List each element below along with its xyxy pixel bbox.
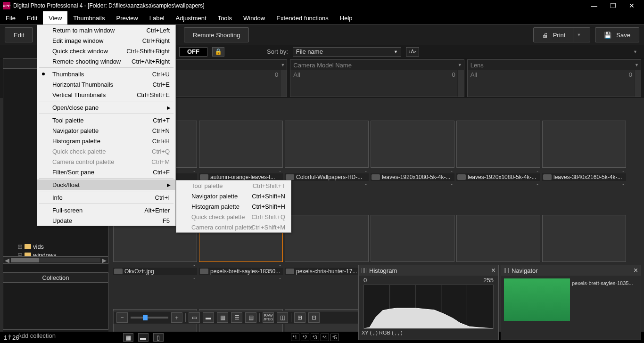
menuitem-horizontal-thumbnails[interactable]: Horizontal ThumbnailsCtrl+E (37, 79, 175, 90)
menu-adjustment[interactable]: Adjustment (170, 11, 212, 24)
close-button[interactable]: ✕ (622, 0, 641, 11)
layout-grid-button[interactable]: ▦ (123, 333, 133, 342)
thumbnail[interactable]: -leaves-3840x2160-5k-4k-...- (542, 121, 626, 186)
menuitem-update[interactable]: UpdateF5 (37, 215, 175, 226)
minimize-button[interactable]: — (585, 0, 603, 11)
tree-hscroll[interactable]: ◀ ▶ (3, 256, 108, 264)
histogram-close-button[interactable]: × (491, 266, 495, 275)
menuitem-vertical-thumbnails[interactable]: Vertical ThumbnailsCtrl+Shift+E (37, 90, 175, 100)
thumb-image[interactable] (285, 121, 369, 168)
chevron-down-icon[interactable]: ▼ (458, 63, 462, 67)
histogram-panel[interactable]: Histogram × 0 255 XY ( , ) RGB ( , , ) (358, 265, 499, 340)
thumb-image[interactable] (542, 215, 626, 262)
navigator-close-button[interactable]: × (634, 266, 638, 275)
menuitem-return-to-main-window[interactable]: Return to main windowCtrl+Left (37, 25, 175, 35)
star-filter-*1[interactable]: *1 (291, 334, 299, 341)
menu-preview[interactable]: Preview (111, 11, 144, 24)
filter-body[interactable]: All0 (468, 70, 634, 97)
menuitem-dock-float[interactable]: Dock/float▶ (37, 180, 175, 190)
collection-tab[interactable]: Collection (3, 272, 108, 283)
filter-body[interactable]: All0 (290, 70, 457, 97)
submenuitem-histogram-palette[interactable]: Histogram paletteCtrl+Shift+H (176, 201, 291, 212)
menu-view[interactable]: View (43, 11, 67, 24)
off-toggle[interactable]: OFF (179, 47, 207, 57)
filter-col-2[interactable]: Lens▼All0 (467, 59, 641, 97)
lock-button[interactable]: 🔒 (212, 47, 224, 57)
save-button[interactable]: 💾 Save (595, 27, 639, 42)
menu-file[interactable]: File (0, 11, 21, 24)
menuitem-full-screen[interactable]: Full-screenAlt+Enter (37, 205, 175, 215)
scroll-right-icon[interactable]: ▶ (100, 257, 108, 264)
menu-help[interactable]: Help (334, 11, 358, 24)
thumbnail[interactable]: -Colorful-Wallpapers-HD-...- (285, 121, 369, 186)
view-list-button[interactable]: ☰ (231, 312, 242, 323)
histogram-header[interactable]: Histogram × (359, 265, 498, 276)
zoom-out-button[interactable]: − (116, 312, 128, 323)
sort-select[interactable]: File name ▼ (293, 47, 401, 57)
menuitem-edit-image-window[interactable]: Edit image windowCtrl+Right (37, 35, 175, 46)
tree-item-windows[interactable]: ⊞windows (50, 251, 57, 256)
star-filter-*4[interactable]: *4 (321, 334, 329, 341)
scrollbar[interactable] (280, 70, 287, 97)
maximize-button[interactable]: ❐ (603, 0, 622, 11)
grid4-button[interactable]: ⊡ (308, 312, 320, 323)
add-collection-button[interactable]: ＋ Add collection (3, 330, 108, 341)
menu-window[interactable]: Window (238, 11, 271, 24)
layout-hsplit-button[interactable]: ▬ (138, 333, 149, 342)
thumb-image[interactable] (199, 121, 283, 168)
menu-edit[interactable]: Edit (21, 11, 43, 24)
navigator-header[interactable]: Navigator × (501, 265, 641, 276)
layout-vsplit-button[interactable]: ▯ (153, 333, 164, 342)
submenuitem-navigator-palette[interactable]: Navigator paletteCtrl+Shift+N (176, 191, 291, 201)
star-filter-*2[interactable]: *2 (301, 334, 309, 341)
thumb-image[interactable] (456, 215, 540, 262)
thumb-image[interactable] (456, 121, 540, 168)
navigator-panel[interactable]: Navigator × pexels-brett-sayles-1835... (501, 265, 641, 340)
view-grid-button[interactable]: ▦ (217, 312, 228, 323)
grid3-button[interactable]: ⊞ (294, 312, 305, 323)
remote-shooting-button[interactable]: Remote Shooting (184, 27, 249, 42)
thumb-image[interactable] (371, 215, 454, 262)
menuitem-info[interactable]: InfoCtrl+I (37, 192, 175, 203)
raw-jpeg-button[interactable]: RAWJPEG (263, 312, 274, 323)
menuitem-histogram-palette[interactable]: Histogram paletteCtrl+H (37, 136, 175, 146)
view-single-button[interactable]: ▭ (189, 312, 200, 323)
scrollbar[interactable] (634, 70, 641, 97)
collapse-chevron-icon[interactable]: ▼ (633, 49, 639, 54)
sort-az-button[interactable]: ↓Aᴢ (406, 47, 419, 57)
menu-label[interactable]: Label (144, 11, 170, 24)
print-button[interactable]: 🖨 Print ▼ (533, 27, 591, 42)
thumb-image[interactable] (371, 121, 454, 168)
menuitem-open-close-pane[interactable]: Open/close pane▶ (37, 102, 175, 113)
menu-thumbnails[interactable]: Thumbnails (67, 11, 110, 24)
grip-icon[interactable] (362, 268, 366, 273)
menuitem-navigator-palette[interactable]: Navigator paletteCtrl+N (37, 125, 175, 136)
chevron-down-icon[interactable]: ▼ (635, 63, 639, 67)
zoom-slider[interactable] (131, 317, 168, 318)
thumb-image[interactable] (542, 121, 626, 168)
navigator-preview[interactable] (504, 278, 570, 321)
menuitem-filter-sort-pane[interactable]: Filter/Sort paneCtrl+F (37, 167, 175, 177)
thumbnail[interactable]: -leaves-1920x1080-5k-4k-...- (371, 121, 454, 186)
scroll-left-icon[interactable]: ◀ (3, 257, 11, 264)
menu-extended-functions[interactable]: Extended functions (271, 11, 334, 24)
print-dropdown-icon[interactable]: ▼ (573, 28, 581, 42)
edit-button[interactable]: Edit (5, 27, 33, 42)
menu-tools[interactable]: Tools (212, 11, 238, 24)
thumbnail[interactable]: -autumn-orange-leaves-f...- (199, 121, 283, 186)
grip-icon[interactable] (504, 268, 509, 273)
view-detail-button[interactable]: ▤ (245, 312, 256, 323)
star-filter-*3[interactable]: *3 (311, 334, 319, 341)
chevron-down-icon[interactable]: ▼ (281, 63, 285, 67)
menuitem-quick-check-window[interactable]: Quick check windowCtrl+Shift+Right (37, 46, 175, 56)
star-filter-*5[interactable]: *5 (330, 334, 339, 341)
zoom-in-button[interactable]: ＋ (171, 312, 182, 323)
filter-col-1[interactable]: Camera Model Name▼All0 (290, 59, 464, 97)
compare-button[interactable]: ◫ (277, 312, 288, 323)
menuitem-thumbnails[interactable]: ThumbnailsCtrl+U (37, 69, 175, 79)
thumb-image[interactable] (285, 215, 369, 262)
menuitem-remote-shooting-window[interactable]: Remote shooting windowCtrl+Alt+Right (37, 56, 175, 66)
menuitem-tool-palette[interactable]: Tool paletteCtrl+T (37, 115, 175, 125)
view-filmstrip-button[interactable]: ▬ (203, 312, 214, 323)
scrollbar[interactable] (457, 70, 464, 97)
